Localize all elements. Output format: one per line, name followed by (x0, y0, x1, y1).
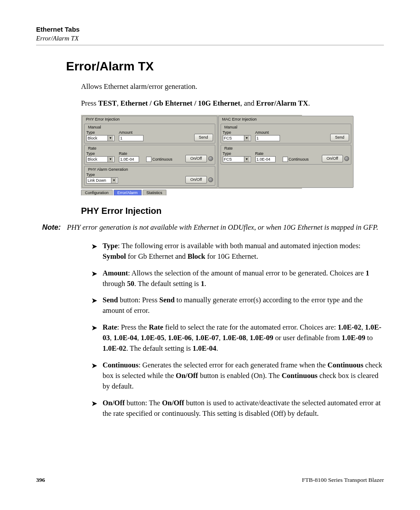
running-head-chapter: Ethernet Tabs (36, 26, 384, 33)
phy-error-injection-group: PHY Error Injection Manual Type Block ▼ (82, 116, 217, 188)
bullet-marker-icon: ➤ (92, 269, 97, 289)
phy-rate-title: Rate (87, 146, 97, 150)
mac-continuous-label: Continuous (289, 157, 309, 161)
bullet-marker-icon: ➤ (92, 242, 97, 262)
mac-manual-type-select[interactable]: FCS ▼ (223, 135, 251, 141)
mac-rate-rate-label: Rate (255, 151, 278, 156)
bullet-amount: ➤ Amount: Allows the selection of the am… (92, 268, 384, 289)
phy-alarm-title: PHY Alarm Generation (87, 167, 129, 172)
phy-manual-amount-input[interactable]: 1 (119, 135, 144, 141)
chevron-down-icon: ▼ (244, 136, 250, 141)
page-title: Error/Alarm TX (36, 59, 384, 73)
phy-rate-rate-input[interactable]: 1.0E-04 (119, 156, 139, 162)
bullet-marker-icon: ➤ (92, 323, 97, 354)
mac-group-title: MAC Error Injection (221, 117, 258, 121)
bullet-onoff: ➤ On/Off button: The On/Off button is us… (92, 398, 384, 419)
phy-alarm-generation-section: PHY Alarm Generation Type Link Down ▼ On… (84, 166, 215, 186)
mac-rate-type-label: Type (223, 151, 246, 156)
running-head: Ethernet Tabs Error/Alarm TX (36, 26, 384, 45)
phy-continuous-checkbox[interactable] (146, 157, 151, 162)
intro-line-2: Press TEST, Ethernet / Gb Ehternet / 10G… (81, 98, 384, 109)
product-name: FTB-8100 Series Transport Blazer (302, 477, 384, 484)
bullet-rate: ➤ Rate: Press the Rate field to select t… (92, 322, 384, 354)
mac-error-injection-group: MAC Error Injection Manual Type FCS ▼ Am (218, 116, 354, 188)
phy-alarm-type-select[interactable]: Link Down ▼ (86, 177, 118, 183)
running-head-section: Error/Alarm TX (36, 35, 384, 42)
phy-manual-amount-label: Amount (119, 130, 142, 135)
led-icon (208, 156, 213, 161)
ui-screenshot: PHY Error Injection Manual Type Block ▼ (81, 115, 302, 195)
phy-rate-rate-label: Rate (119, 151, 142, 156)
chevron-down-icon: ▼ (107, 136, 113, 141)
mac-manual-send-button[interactable]: Send (330, 134, 349, 141)
intro-line-1: Allows Ethernet alarm/error generation. (81, 81, 384, 92)
mac-rate-title: Rate (224, 146, 234, 150)
chevron-down-icon: ▼ (244, 157, 250, 162)
phy-manual-section: Manual Type Block ▼ Amount 1 (84, 124, 215, 143)
mac-manual-amount-input[interactable]: 1 (255, 135, 280, 141)
phy-alarm-onoff-button[interactable]: On/Off (185, 176, 206, 183)
phy-rate-type-select[interactable]: Block ▼ (86, 156, 114, 162)
ui-tabs: Configuration Error/Alarm Statistics (81, 190, 302, 195)
note-block: Note: PHY error generation is not availa… (36, 222, 384, 233)
note-text: PHY error generation is not available wi… (67, 222, 378, 233)
tab-configuration[interactable]: Configuration (81, 190, 113, 195)
phy-manual-type-label: Type (86, 130, 109, 135)
chevron-down-icon: ▼ (111, 178, 117, 183)
mac-continuous-checkbox[interactable] (283, 157, 288, 162)
mac-rate-rate-input[interactable]: 1.0E-04 (255, 156, 276, 162)
phy-manual-title: Manual (87, 125, 102, 129)
note-label: Note: (36, 222, 61, 233)
mac-rate-section: Rate Type FCS ▼ Rate 1.0E-04 (221, 145, 352, 165)
mac-rate-type-select[interactable]: FCS ▼ (223, 156, 251, 162)
mac-manual-title: Manual (224, 125, 239, 129)
section-heading-phy-error-injection: PHY Error Injection (81, 206, 384, 216)
bullet-marker-icon: ➤ (92, 399, 97, 419)
mac-manual-type-label: Type (223, 130, 246, 135)
bullet-type: ➤ Type: The following error is available… (92, 241, 384, 262)
mac-manual-amount-label: Amount (255, 130, 278, 135)
chevron-down-icon: ▼ (107, 157, 113, 162)
phy-manual-type-select[interactable]: Block ▼ (86, 135, 114, 141)
phy-rate-type-label: Type (86, 151, 109, 156)
led-icon (208, 177, 213, 182)
page-number: 396 (36, 477, 45, 484)
phy-alarm-type-label: Type (86, 172, 109, 177)
bullet-marker-icon: ➤ (92, 296, 97, 316)
tab-error-alarm[interactable]: Error/Alarm (114, 190, 142, 195)
phy-rate-onoff-button[interactable]: On/Off (185, 155, 206, 162)
phy-continuous-label: Continuous (152, 157, 173, 161)
mac-rate-onoff-button[interactable]: On/Off (322, 155, 343, 162)
bullet-marker-icon: ➤ (92, 361, 97, 392)
phy-group-title: PHY Error Injection (85, 117, 121, 121)
bullet-continuous: ➤ Continuous: Generates the selected err… (92, 360, 384, 392)
tab-statistics[interactable]: Statistics (143, 190, 166, 195)
phy-rate-section: Rate Type Block ▼ Rate 1.0E-04 (84, 145, 215, 165)
phy-manual-send-button[interactable]: Send (194, 134, 213, 141)
bullet-send: ➤ Send button: Press Send to manually ge… (92, 295, 384, 316)
mac-manual-section: Manual Type FCS ▼ Amount 1 (221, 124, 352, 143)
page-footer: 396 FTB-8100 Series Transport Blazer (36, 477, 384, 484)
led-icon (344, 156, 349, 161)
